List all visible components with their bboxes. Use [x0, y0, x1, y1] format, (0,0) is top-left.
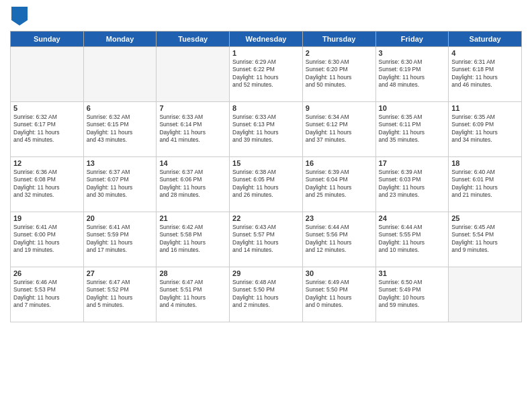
day-info: Sunrise: 6:41 AM Sunset: 6:00 PM Dayligh…: [13, 224, 81, 255]
calendar: SundayMondayTuesdayWednesdayThursdayFrid…: [10, 31, 522, 322]
day-number: 30: [306, 269, 373, 277]
header: [10, 7, 522, 26]
day-number: 15: [232, 159, 300, 167]
day-info: Sunrise: 6:30 AM Sunset: 6:19 PM Dayligh…: [379, 58, 446, 89]
day-info: Sunrise: 6:46 AM Sunset: 5:53 PM Dayligh…: [13, 279, 81, 310]
day-cell: 8Sunrise: 6:33 AM Sunset: 6:13 PM Daylig…: [230, 102, 303, 157]
day-cell: 12Sunrise: 6:36 AM Sunset: 6:08 PM Dayli…: [11, 157, 84, 212]
week-row-3: 12Sunrise: 6:36 AM Sunset: 6:08 PM Dayli…: [11, 157, 522, 212]
day-number: 5: [13, 104, 81, 112]
day-cell: 29Sunrise: 6:48 AM Sunset: 5:50 PM Dayli…: [230, 267, 303, 322]
day-info: Sunrise: 6:43 AM Sunset: 5:57 PM Dayligh…: [232, 224, 300, 255]
day-cell: 23Sunrise: 6:44 AM Sunset: 5:56 PM Dayli…: [302, 212, 375, 267]
day-info: Sunrise: 6:31 AM Sunset: 6:18 PM Dayligh…: [451, 58, 519, 89]
day-number: 24: [379, 214, 446, 222]
day-number: 8: [232, 104, 300, 112]
day-cell: 10Sunrise: 6:35 AM Sunset: 6:11 PM Dayli…: [375, 102, 449, 157]
day-cell: 9Sunrise: 6:34 AM Sunset: 6:12 PM Daylig…: [302, 102, 375, 157]
day-cell: 26Sunrise: 6:46 AM Sunset: 5:53 PM Dayli…: [11, 267, 84, 322]
day-number: 18: [451, 159, 519, 167]
week-row-1: 1Sunrise: 6:29 AM Sunset: 6:22 PM Daylig…: [11, 47, 522, 102]
day-info: Sunrise: 6:35 AM Sunset: 6:11 PM Dayligh…: [379, 113, 446, 144]
day-number: 6: [87, 104, 154, 112]
day-info: Sunrise: 6:39 AM Sunset: 6:04 PM Dayligh…: [306, 169, 373, 199]
day-cell: [157, 47, 230, 102]
day-info: Sunrise: 6:45 AM Sunset: 5:54 PM Dayligh…: [451, 224, 519, 255]
day-cell: 31Sunrise: 6:50 AM Sunset: 5:49 PM Dayli…: [375, 267, 449, 322]
day-number: 25: [451, 214, 519, 222]
day-cell: 19Sunrise: 6:41 AM Sunset: 6:00 PM Dayli…: [11, 212, 84, 267]
day-info: Sunrise: 6:42 AM Sunset: 5:58 PM Dayligh…: [159, 224, 226, 255]
day-number: 23: [306, 214, 373, 222]
logo-icon: [11, 7, 28, 26]
day-number: 13: [87, 159, 154, 167]
page: SundayMondayTuesdayWednesdayThursdayFrid…: [0, 0, 532, 411]
day-cell: 22Sunrise: 6:43 AM Sunset: 5:57 PM Dayli…: [230, 212, 303, 267]
day-number: 3: [379, 49, 446, 57]
day-info: Sunrise: 6:38 AM Sunset: 6:05 PM Dayligh…: [232, 169, 300, 199]
day-info: Sunrise: 6:41 AM Sunset: 5:59 PM Dayligh…: [87, 224, 154, 255]
day-number: 17: [379, 159, 446, 167]
day-number: 29: [232, 269, 300, 277]
weekday-sunday: Sunday: [11, 32, 84, 47]
day-cell: 30Sunrise: 6:49 AM Sunset: 5:50 PM Dayli…: [302, 267, 375, 322]
week-row-5: 26Sunrise: 6:46 AM Sunset: 5:53 PM Dayli…: [11, 267, 522, 322]
day-info: Sunrise: 6:49 AM Sunset: 5:50 PM Dayligh…: [306, 279, 373, 310]
day-number: 11: [451, 104, 519, 112]
day-cell: 7Sunrise: 6:33 AM Sunset: 6:14 PM Daylig…: [157, 102, 230, 157]
day-number: 4: [451, 49, 519, 57]
day-number: 10: [379, 104, 446, 112]
day-number: 22: [232, 214, 300, 222]
day-cell: 25Sunrise: 6:45 AM Sunset: 5:54 PM Dayli…: [449, 212, 522, 267]
day-cell: 14Sunrise: 6:37 AM Sunset: 6:06 PM Dayli…: [157, 157, 230, 212]
day-number: 28: [159, 269, 226, 277]
week-row-4: 19Sunrise: 6:41 AM Sunset: 6:00 PM Dayli…: [11, 212, 522, 267]
weekday-monday: Monday: [83, 32, 157, 47]
day-number: 12: [13, 159, 81, 167]
day-cell: [83, 47, 157, 102]
weekday-thursday: Thursday: [302, 32, 375, 47]
day-cell: 1Sunrise: 6:29 AM Sunset: 6:22 PM Daylig…: [230, 47, 303, 102]
day-cell: 6Sunrise: 6:32 AM Sunset: 6:15 PM Daylig…: [83, 102, 157, 157]
weekday-friday: Friday: [375, 32, 449, 47]
day-info: Sunrise: 6:32 AM Sunset: 6:17 PM Dayligh…: [13, 113, 81, 144]
day-cell: 20Sunrise: 6:41 AM Sunset: 5:59 PM Dayli…: [83, 212, 157, 267]
day-info: Sunrise: 6:47 AM Sunset: 5:52 PM Dayligh…: [87, 279, 154, 310]
day-info: Sunrise: 6:34 AM Sunset: 6:12 PM Dayligh…: [306, 113, 373, 144]
day-number: 27: [87, 269, 154, 277]
day-info: Sunrise: 6:44 AM Sunset: 5:55 PM Dayligh…: [379, 224, 446, 255]
day-info: Sunrise: 6:33 AM Sunset: 6:14 PM Dayligh…: [159, 113, 226, 144]
day-info: Sunrise: 6:48 AM Sunset: 5:50 PM Dayligh…: [232, 279, 300, 310]
weekday-wednesday: Wednesday: [230, 32, 303, 47]
day-cell: [11, 47, 84, 102]
day-cell: 5Sunrise: 6:32 AM Sunset: 6:17 PM Daylig…: [11, 102, 84, 157]
day-info: Sunrise: 6:39 AM Sunset: 6:03 PM Dayligh…: [379, 169, 446, 199]
day-info: Sunrise: 6:44 AM Sunset: 5:56 PM Dayligh…: [306, 224, 373, 255]
day-cell: 2Sunrise: 6:30 AM Sunset: 6:20 PM Daylig…: [302, 47, 375, 102]
day-cell: 4Sunrise: 6:31 AM Sunset: 6:18 PM Daylig…: [449, 47, 522, 102]
day-cell: 18Sunrise: 6:40 AM Sunset: 6:01 PM Dayli…: [449, 157, 522, 212]
day-cell: 28Sunrise: 6:47 AM Sunset: 5:51 PM Dayli…: [157, 267, 230, 322]
day-info: Sunrise: 6:29 AM Sunset: 6:22 PM Dayligh…: [232, 58, 300, 89]
day-info: Sunrise: 6:36 AM Sunset: 6:08 PM Dayligh…: [13, 169, 81, 199]
day-info: Sunrise: 6:37 AM Sunset: 6:06 PM Dayligh…: [159, 169, 226, 199]
weekday-tuesday: Tuesday: [157, 32, 230, 47]
weekday-header-row: SundayMondayTuesdayWednesdayThursdayFrid…: [11, 32, 522, 47]
day-info: Sunrise: 6:50 AM Sunset: 5:49 PM Dayligh…: [379, 279, 446, 310]
day-cell: 21Sunrise: 6:42 AM Sunset: 5:58 PM Dayli…: [157, 212, 230, 267]
day-number: 14: [159, 159, 226, 167]
day-number: 19: [13, 214, 81, 222]
day-number: 20: [87, 214, 154, 222]
day-info: Sunrise: 6:40 AM Sunset: 6:01 PM Dayligh…: [451, 169, 519, 199]
day-number: 1: [232, 49, 300, 57]
day-info: Sunrise: 6:30 AM Sunset: 6:20 PM Dayligh…: [306, 58, 373, 89]
day-number: 16: [306, 159, 373, 167]
day-info: Sunrise: 6:32 AM Sunset: 6:15 PM Dayligh…: [87, 113, 154, 144]
day-number: 2: [306, 49, 373, 57]
day-cell: [449, 267, 522, 322]
day-info: Sunrise: 6:33 AM Sunset: 6:13 PM Dayligh…: [232, 113, 300, 144]
day-info: Sunrise: 6:47 AM Sunset: 5:51 PM Dayligh…: [159, 279, 226, 310]
day-cell: 16Sunrise: 6:39 AM Sunset: 6:04 PM Dayli…: [302, 157, 375, 212]
day-cell: 3Sunrise: 6:30 AM Sunset: 6:19 PM Daylig…: [375, 47, 449, 102]
day-number: 9: [306, 104, 373, 112]
